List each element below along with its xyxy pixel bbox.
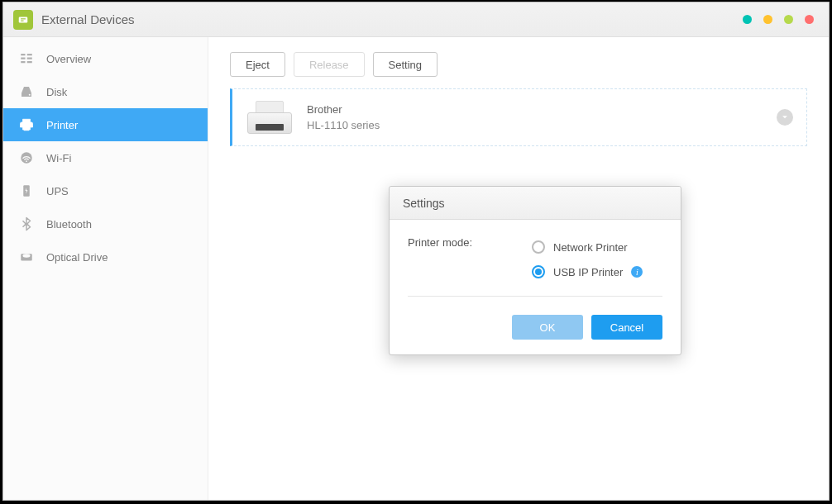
- wifi-icon: [18, 150, 35, 165]
- toolbar: Eject Release Setting: [230, 52, 807, 77]
- printer-mode-label: Printer mode:: [408, 235, 532, 284]
- radio-usb-ip-printer[interactable]: USB IP Printer i: [532, 259, 662, 284]
- eject-button[interactable]: Eject: [230, 52, 285, 77]
- window-controls: [743, 15, 814, 24]
- sidebar-item-label: Optical Drive: [46, 251, 108, 264]
- sidebar-item-label: UPS: [46, 185, 69, 197]
- sidebar-item-wifi[interactable]: Wi-Fi: [3, 141, 208, 174]
- svg-rect-0: [19, 17, 28, 22]
- window-control-dot[interactable]: [805, 15, 814, 24]
- radio-network-printer[interactable]: Network Printer: [532, 235, 662, 259]
- info-icon[interactable]: i: [631, 266, 643, 278]
- sidebar-item-printer[interactable]: Printer: [3, 108, 208, 141]
- app-window: External Devices Overview Disk: [2, 2, 830, 501]
- bluetooth-icon: [18, 216, 35, 231]
- modal-title: Settings: [390, 187, 681, 220]
- sidebar-item-label: Disk: [46, 86, 67, 98]
- window-title: External Devices: [41, 12, 135, 26]
- ok-button[interactable]: OK: [512, 315, 583, 340]
- setting-button[interactable]: Setting: [373, 52, 438, 77]
- sidebar-item-label: Bluetooth: [46, 218, 92, 231]
- overview-icon: [18, 51, 35, 66]
- svg-rect-5: [21, 61, 25, 63]
- svg-rect-2: [21, 20, 24, 21]
- optical-drive-icon: [18, 250, 35, 264]
- window-control-dot[interactable]: [763, 15, 772, 24]
- device-name: Brother: [307, 103, 380, 116]
- svg-rect-7: [27, 58, 32, 59]
- window-control-dot[interactable]: [743, 15, 752, 24]
- printer-icon: [18, 117, 35, 132]
- sidebar-item-bluetooth[interactable]: Bluetooth: [3, 207, 208, 240]
- titlebar: External Devices: [3, 2, 829, 37]
- app-icon: [13, 10, 33, 30]
- sidebar-item-label: Printer: [46, 119, 78, 131]
- device-model: HL-1110 series: [307, 119, 380, 131]
- expand-toggle[interactable]: [777, 109, 793, 126]
- radio-label: USB IP Printer: [553, 266, 623, 278]
- svg-rect-4: [21, 58, 25, 59]
- cancel-button[interactable]: Cancel: [591, 315, 662, 340]
- settings-modal: Settings Printer mode: Network Printer U…: [389, 186, 681, 355]
- sidebar-item-overview[interactable]: Overview: [3, 42, 208, 75]
- window-control-dot[interactable]: [784, 15, 793, 24]
- release-button: Release: [294, 52, 365, 77]
- sidebar-item-label: Wi-Fi: [46, 152, 71, 164]
- chevron-down-icon: [781, 113, 789, 121]
- svg-rect-8: [27, 61, 32, 63]
- separator: [408, 296, 662, 297]
- svg-rect-6: [27, 54, 32, 55]
- device-thumbnail: [247, 101, 292, 134]
- svg-rect-1: [21, 18, 26, 19]
- ups-icon: [18, 183, 35, 198]
- device-card[interactable]: Brother HL-1110 series: [230, 88, 807, 146]
- radio-indicator: [532, 240, 545, 254]
- radio-label: Network Printer: [553, 241, 628, 254]
- svg-rect-3: [21, 54, 25, 55]
- radio-indicator: [532, 265, 545, 278]
- sidebar-item-label: Overview: [46, 53, 91, 65]
- disk-icon: [18, 84, 35, 99]
- sidebar-item-optical[interactable]: Optical Drive: [3, 240, 208, 273]
- sidebar: Overview Disk Printer Wi-Fi: [3, 37, 208, 500]
- svg-point-9: [29, 94, 31, 96]
- svg-point-11: [26, 160, 27, 162]
- sidebar-item-disk[interactable]: Disk: [3, 75, 208, 108]
- sidebar-item-ups[interactable]: UPS: [3, 174, 208, 207]
